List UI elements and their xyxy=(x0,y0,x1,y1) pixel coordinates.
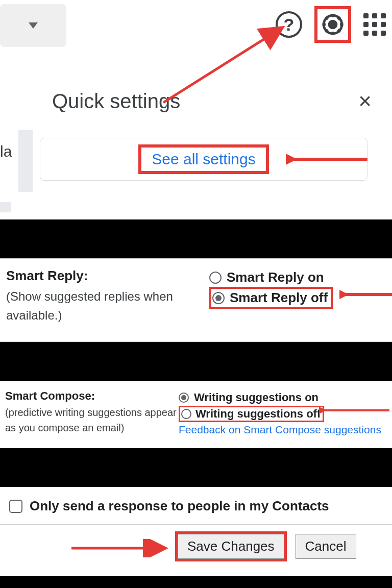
annotation-highlight-smart-reply-off: Smart Reply off xyxy=(209,287,333,309)
checkbox-label: Only send a response to people in my Con… xyxy=(30,498,329,514)
annotation-highlight-see-all: See all settings xyxy=(138,144,268,174)
apps-grid-icon[interactable] xyxy=(363,13,386,36)
radio-label: Smart Reply off xyxy=(230,290,328,306)
divider xyxy=(0,524,392,525)
annotation-highlight-smart-compose-off: Writing suggestions off xyxy=(179,406,324,422)
separator xyxy=(0,219,392,258)
quick-settings-title: Quick settings xyxy=(52,90,180,113)
radio-icon xyxy=(209,272,222,284)
svg-line-2 xyxy=(163,29,281,103)
cropped-text: la xyxy=(0,143,12,160)
radio-label: Smart Reply on xyxy=(227,270,324,285)
radio-label: Writing suggestions on xyxy=(194,391,318,404)
sidebar-fragment xyxy=(0,202,11,212)
smart-reply-section: Smart Reply: (Show suggested replies whe… xyxy=(0,258,392,342)
smart-compose-section: Smart Compose: (predictive writing sugge… xyxy=(0,381,392,448)
smart-reply-on-option[interactable]: Smart Reply on xyxy=(209,270,386,285)
close-icon[interactable]: × xyxy=(358,90,372,112)
save-changes-button[interactable]: Save Changes xyxy=(178,534,284,559)
smart-compose-description: (predictive writing suggestions appear a… xyxy=(5,405,179,435)
radio-icon[interactable] xyxy=(212,292,225,304)
contacts-only-checkbox[interactable]: Only send a response to people in my Con… xyxy=(9,498,383,514)
smart-compose-feedback-link[interactable]: Feedback on Smart Compose suggestions xyxy=(179,424,387,436)
caret-down-icon xyxy=(29,22,38,29)
radio-icon[interactable] xyxy=(181,409,191,419)
separator xyxy=(0,576,392,588)
smart-compose-on-option[interactable]: Writing suggestions on xyxy=(179,391,387,404)
help-icon[interactable]: ? xyxy=(276,11,302,38)
radio-icon xyxy=(179,393,189,403)
radio-label: Writing suggestions off xyxy=(195,407,321,421)
sidebar-fragment xyxy=(18,130,33,192)
see-all-settings-label: See all settings xyxy=(152,151,255,167)
annotation-highlight-gear xyxy=(314,6,351,43)
annotation-arrow xyxy=(163,23,291,105)
separator xyxy=(0,342,392,381)
smart-compose-title: Smart Compose: xyxy=(5,389,179,403)
checkbox-icon xyxy=(9,500,22,513)
smart-reply-description: (Show suggested replies when available.) xyxy=(6,287,209,325)
smart-reply-title: Smart Reply: xyxy=(6,268,209,284)
dropdown-chip[interactable] xyxy=(0,4,66,47)
separator xyxy=(0,448,392,487)
see-all-settings-button[interactable]: See all settings xyxy=(40,138,368,181)
svg-point-0 xyxy=(329,21,336,28)
gear-icon[interactable] xyxy=(320,11,346,38)
cancel-button[interactable]: Cancel xyxy=(296,534,356,559)
